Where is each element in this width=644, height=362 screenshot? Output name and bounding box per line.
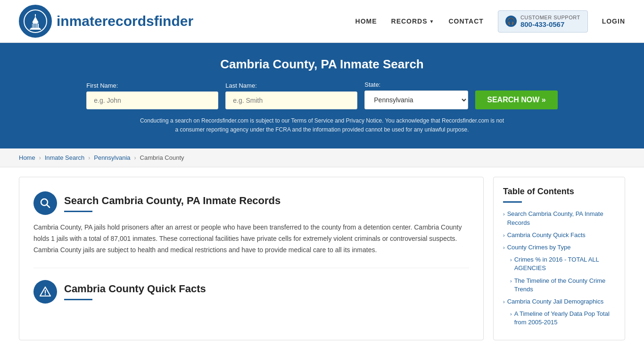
state-select[interactable]: Pennsylvania [364, 90, 468, 109]
toc-item-4: › Crimes % in 2016 - TOTAL ALL AGENCIES [510, 255, 615, 272]
site-header: inmaterecordsfinder HOME RECORDS ▼ CONTA… [0, 0, 644, 43]
svg-rect-9 [31, 28, 40, 29]
breadcrumb: Home › Inmate Search › Pennsylvania › Ca… [0, 148, 644, 167]
toc-link-7[interactable]: › A Timeline of Yearly Data Pop Total fr… [510, 310, 615, 327]
main-content: Search Cambria County, PA Inmate Records… [0, 167, 644, 350]
svg-rect-7 [35, 24, 36, 28]
support-label: CUSTOMER SUPPORT [520, 15, 580, 20]
page-title: Cambria County, PA Inmate Search [19, 57, 625, 72]
breadcrumb-pennsylvania[interactable]: Pennsylvania [94, 154, 130, 161]
section1-header: Search Cambria County, PA Inmate Records [33, 191, 469, 215]
section1-text: Cambria County, PA jails hold prisoners … [33, 222, 469, 255]
search-button[interactable]: SEARCH NOW » [475, 90, 557, 109]
toc-link-6[interactable]: › Cambria County Jail Demographics [503, 297, 615, 306]
toc-item-5: › The Timeline of the County Crime Trend… [510, 277, 615, 294]
toc-item-7: › A Timeline of Yearly Data Pop Total fr… [510, 310, 615, 327]
breadcrumb-sep-3: › [134, 155, 136, 161]
search-icon [33, 191, 57, 215]
nav-contact[interactable]: CONTACT [448, 17, 483, 25]
breadcrumb-current: Cambria County [140, 154, 184, 161]
first-name-group: First Name: [86, 82, 218, 109]
state-group: State: Pennsylvania [364, 81, 468, 109]
svg-rect-6 [34, 24, 35, 28]
section-separator [33, 268, 469, 268]
disclaimer-text: Conducting a search on Recordsfinder.com… [138, 116, 506, 134]
svg-line-12 [47, 205, 50, 208]
section1-title: Search Cambria County, PA Inmate Records [64, 195, 281, 207]
chevron-icon-3: › [503, 244, 505, 251]
state-label: State: [364, 81, 380, 88]
svg-rect-4 [35, 14, 36, 16]
chevron-icon-4: › [510, 256, 512, 263]
search-banner: Cambria County, PA Inmate Search First N… [0, 43, 644, 148]
sidebar: Table of Contents › Search Cambria Count… [493, 177, 625, 340]
chevron-icon-6: › [503, 298, 505, 305]
breadcrumb-sep-2: › [88, 155, 90, 161]
logo-text: inmaterecordsfinder [57, 13, 193, 29]
toc-link-1[interactable]: › Search Cambria County, PA Inmate Recor… [503, 210, 615, 227]
search-form: First Name: Last Name: State: Pennsylvan… [19, 81, 625, 109]
breadcrumb-home[interactable]: Home [19, 154, 35, 161]
section2-header: Cambria County Quick Facts [33, 280, 469, 304]
customer-support-button[interactable]: 🎧 CUSTOMER SUPPORT 800-433-0567 [498, 10, 588, 33]
svg-rect-10 [30, 29, 41, 30]
logo-area: inmaterecordsfinder [19, 5, 193, 38]
toc-link-5[interactable]: › The Timeline of the County Crime Trend… [510, 277, 615, 294]
last-name-input[interactable] [225, 91, 357, 109]
content-area: Search Cambria County, PA Inmate Records… [19, 177, 484, 340]
nav-login[interactable]: LOGIN [602, 17, 625, 25]
toc-link-2[interactable]: › Cambria County Quick Facts [503, 231, 615, 239]
logo-icon [19, 5, 52, 38]
toc-item-2: › Cambria County Quick Facts [503, 231, 615, 239]
svg-rect-8 [37, 24, 38, 28]
chevron-icon-2: › [503, 232, 505, 239]
breadcrumb-inmate-search[interactable]: Inmate Search [45, 154, 85, 161]
breadcrumb-sep-1: › [39, 155, 41, 161]
toc-item-1: › Search Cambria County, PA Inmate Recor… [503, 210, 615, 227]
toc-link-3[interactable]: › County Crimes by Type [503, 243, 615, 252]
last-name-label: Last Name: [225, 82, 256, 89]
section1-divider [64, 211, 92, 212]
toc-link-4[interactable]: › Crimes % in 2016 - TOTAL ALL AGENCIES [510, 255, 615, 272]
svg-point-15 [45, 294, 46, 295]
headphone-icon: 🎧 [505, 16, 517, 27]
section2-divider [64, 299, 92, 300]
toc-item-3: › County Crimes by Type [503, 243, 615, 252]
toc-list: › Search Cambria County, PA Inmate Recor… [503, 210, 615, 327]
first-name-input[interactable] [86, 91, 218, 109]
warning-icon [33, 280, 57, 304]
nav-home[interactable]: HOME [355, 17, 377, 25]
toc-title: Table of Contents [503, 187, 615, 197]
chevron-icon-5: › [510, 278, 512, 285]
support-phone: 800-433-0567 [520, 20, 580, 28]
chevron-icon-1: › [503, 211, 505, 218]
chevron-down-icon: ▼ [429, 19, 435, 24]
last-name-group: Last Name: [225, 82, 357, 109]
chevron-icon-7: › [510, 311, 512, 318]
toc-divider [503, 201, 522, 203]
section2-title: Cambria County Quick Facts [64, 283, 206, 295]
nav-records[interactable]: RECORDS ▼ [391, 17, 435, 25]
toc-item-6: › Cambria County Jail Demographics [503, 297, 615, 306]
first-name-label: First Name: [86, 82, 118, 89]
main-nav: HOME RECORDS ▼ CONTACT 🎧 CUSTOMER SUPPOR… [355, 10, 625, 33]
svg-rect-5 [33, 24, 33, 28]
